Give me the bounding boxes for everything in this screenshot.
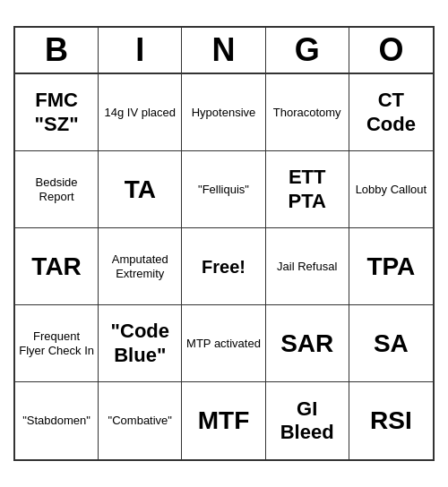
cell-text: 14g IV placed — [105, 106, 177, 120]
cell-text: GI Bleed — [270, 397, 345, 445]
cell-text: "Combative" — [108, 414, 172, 428]
header-letter: G — [266, 28, 349, 73]
bingo-cell: RSI — [349, 382, 433, 459]
bingo-grid: FMC "SZ"14g IV placedHypotensiveThoracot… — [15, 74, 433, 459]
header-letter: N — [182, 28, 265, 73]
bingo-cell: MTF — [182, 382, 265, 459]
cell-text: TA — [125, 175, 156, 205]
bingo-cell: Frequent Flyer Check In — [15, 305, 99, 382]
bingo-cell: Lobby Callout — [349, 151, 433, 228]
cell-text: ETT PTA — [270, 166, 345, 213]
cell-text: MTF — [198, 406, 250, 436]
bingo-cell: CT Code — [349, 74, 433, 151]
bingo-cell: FMC "SZ" — [15, 74, 99, 151]
bingo-cell: SA — [349, 305, 433, 382]
cell-text: Thoracotomy — [273, 106, 341, 120]
cell-text: RSI — [370, 406, 412, 436]
cell-text: "Felliquis" — [198, 183, 249, 197]
bingo-cell: "Code Blue" — [99, 305, 182, 382]
bingo-cell: ETT PTA — [266, 151, 349, 228]
cell-text: SA — [374, 329, 409, 359]
bingo-cell: Hypotensive — [182, 74, 265, 151]
bingo-cell: TA — [99, 151, 182, 228]
cell-text: TPA — [366, 252, 415, 282]
header-letter: B — [15, 28, 99, 73]
bingo-card: BINGO FMC "SZ"14g IV placedHypotensiveTh… — [13, 26, 435, 461]
header-letter: I — [99, 28, 182, 73]
cell-text: CT Code — [353, 89, 429, 136]
bingo-cell: 14g IV placed — [99, 74, 182, 151]
bingo-cell: MTP activated — [182, 305, 265, 382]
cell-text: Jail Refusal — [277, 260, 337, 274]
cell-text: Hypotensive — [192, 106, 256, 120]
bingo-cell: Free! — [182, 228, 265, 305]
bingo-cell: "Stabdomen" — [15, 382, 99, 459]
bingo-cell: SAR — [266, 305, 349, 382]
cell-text: SAR — [280, 329, 333, 359]
bingo-cell: Thoracotomy — [266, 74, 349, 151]
bingo-cell: Amputated Extremity — [99, 228, 182, 305]
header-letter: O — [349, 28, 433, 73]
cell-text: TAR — [31, 252, 81, 282]
bingo-cell: TAR — [15, 228, 99, 305]
cell-text: "Stabdomen" — [22, 414, 90, 428]
bingo-cell: TPA — [349, 228, 433, 305]
bingo-cell: GI Bleed — [266, 382, 349, 459]
cell-text: Lobby Callout — [356, 183, 427, 197]
cell-text: "Code Blue" — [102, 320, 177, 367]
bingo-cell: Bedside Report — [15, 151, 99, 228]
bingo-cell: "Felliquis" — [182, 151, 265, 228]
cell-text: Amputated Extremity — [102, 252, 177, 280]
bingo-header: BINGO — [15, 28, 433, 74]
cell-text: MTP activated — [186, 337, 261, 351]
cell-text: Free! — [202, 256, 246, 278]
cell-text: FMC "SZ" — [19, 89, 94, 136]
bingo-cell: Jail Refusal — [266, 228, 349, 305]
bingo-cell: "Combative" — [99, 382, 182, 459]
cell-text: Bedside Report — [19, 175, 94, 203]
cell-text: Frequent Flyer Check In — [19, 329, 94, 357]
